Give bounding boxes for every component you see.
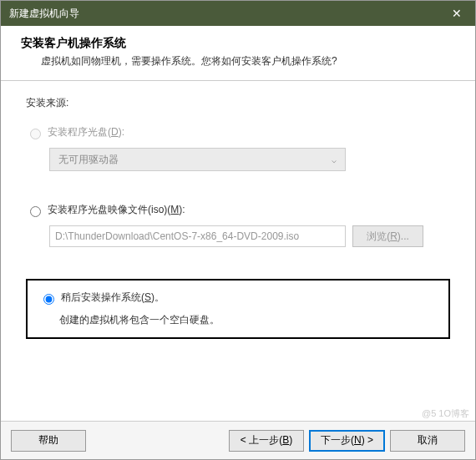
wizard-content: 安装来源: 安装程序光盘(D): 无可用驱动器 ⌵ 安装程序光盘映像文件(iso… (1, 81, 475, 421)
back-button[interactable]: < 上一步(B) (229, 430, 304, 452)
radio-iso-file[interactable] (30, 206, 41, 217)
browse-button[interactable]: 浏览(R)... (352, 225, 423, 247)
radio-installer-disc[interactable] (30, 129, 41, 139)
close-icon: ✕ (452, 7, 462, 20)
help-button[interactable]: 帮助 (11, 430, 86, 452)
option-install-later-highlight: 稍后安装操作系统(S)。 创建的虚拟机将包含一个空白硬盘。 (26, 279, 450, 339)
option-installer-disc: 安装程序光盘(D): 无可用驱动器 ⌵ (26, 125, 450, 171)
cancel-button[interactable]: 取消 (390, 430, 465, 452)
radio-iso-file-label: 安装程序光盘映像文件(iso)(M): (48, 203, 185, 217)
window-title: 新建虚拟机向导 (9, 7, 79, 21)
close-button[interactable]: ✕ (438, 1, 475, 26)
dropdown-value: 无可用驱动器 (58, 153, 119, 167)
install-later-description: 创建的虚拟机将包含一个空白硬盘。 (59, 313, 437, 327)
next-button[interactable]: 下一步(N) > (309, 430, 385, 452)
wizard-footer: 帮助 < 上一步(B) 下一步(N) > 取消 (1, 421, 475, 459)
disc-drive-dropdown[interactable]: 无可用驱动器 ⌵ (49, 148, 346, 171)
radio-install-later-label: 稍后安装操作系统(S)。 (61, 291, 165, 305)
chevron-down-icon: ⌵ (332, 155, 337, 164)
watermark: @5 1O博客 (422, 407, 469, 420)
wizard-window: 新建虚拟机向导 ✕ 安装客户机操作系统 虚拟机如同物理机，需要操作系统。您将如何… (0, 0, 476, 460)
radio-install-later[interactable] (43, 294, 54, 305)
page-description: 虚拟机如同物理机，需要操作系统。您将如何安装客户机操作系统? (21, 54, 455, 68)
titlebar: 新建虚拟机向导 ✕ (1, 1, 475, 26)
option-iso-file: 安装程序光盘映像文件(iso)(M): 浏览(R)... (26, 203, 450, 247)
iso-path-input[interactable] (49, 225, 346, 247)
wizard-header: 安装客户机操作系统 虚拟机如同物理机，需要操作系统。您将如何安装客户机操作系统? (1, 26, 475, 81)
page-title: 安装客户机操作系统 (21, 36, 455, 51)
install-source-label: 安装来源: (26, 96, 450, 110)
radio-installer-disc-label: 安装程序光盘(D): (48, 125, 124, 139)
